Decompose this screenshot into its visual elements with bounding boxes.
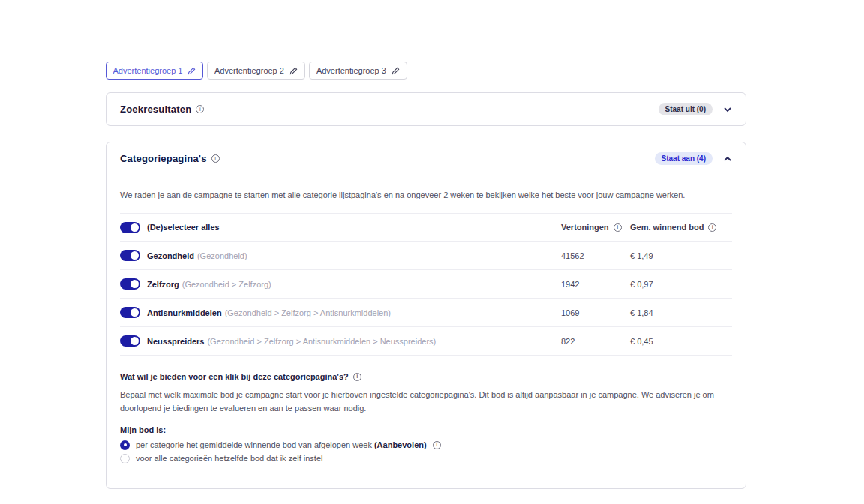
category-toggle[interactable] bbox=[120, 307, 140, 318]
bid-option-average-winning[interactable]: per categorie het gemiddelde winnende bo… bbox=[120, 440, 732, 450]
my-bid-label: Mijn bod is: bbox=[120, 425, 732, 434]
campaign-adgroup-panel: Advertentiegroep 1 Advertentiegroep 2 Ad… bbox=[106, 62, 746, 489]
category-name: Gezondheid bbox=[147, 251, 194, 260]
tab-advertentiegroep-3[interactable]: Advertentiegroep 3 bbox=[309, 62, 407, 80]
category-path: (Gezondheid > Zelfzorg) bbox=[182, 280, 272, 289]
table-row-neusspreiders: Neusspreiders(Gezondheid > Zelfzorg > An… bbox=[120, 327, 732, 356]
table-row-zelfzorg: Zelfzorg(Gezondheid > Zelfzorg) 1942 € 0… bbox=[120, 270, 732, 298]
info-icon[interactable]: i bbox=[433, 441, 441, 449]
info-icon[interactable]: i bbox=[614, 224, 622, 232]
info-icon[interactable]: i bbox=[196, 105, 204, 113]
section-zoekresultaten: Zoekresultaten i Staat uit (0) bbox=[106, 92, 746, 126]
section-zoekresultaten-header[interactable]: Zoekresultaten i Staat uit (0) bbox=[106, 93, 746, 125]
info-icon[interactable]: i bbox=[212, 154, 220, 163]
status-badge: Staat uit (0) bbox=[658, 103, 712, 116]
section-categoriepaginas-header[interactable]: Categoriepagina's i Staat aan (4) bbox=[106, 142, 746, 176]
category-toggle[interactable] bbox=[120, 278, 140, 290]
category-name: Zelfzorg bbox=[147, 280, 179, 289]
edit-pencil-icon[interactable] bbox=[188, 67, 196, 75]
recommended-label: (Aanbevolen) bbox=[374, 440, 427, 449]
impressions-value: 1942 bbox=[561, 280, 630, 289]
edit-pencil-icon[interactable] bbox=[392, 67, 400, 75]
tab-label: Advertentiegroep 3 bbox=[316, 65, 386, 76]
section-title: Zoekresultaten bbox=[120, 104, 191, 115]
bid-value: € 1,84 bbox=[630, 308, 732, 317]
section-categoriepaginas: Categoriepagina's i Staat aan (4) We rad… bbox=[106, 142, 746, 488]
chevron-up-icon[interactable] bbox=[723, 154, 732, 164]
bid-description: Bepaal met welk maximale bod je campagne… bbox=[120, 388, 732, 415]
info-icon[interactable]: i bbox=[353, 373, 362, 381]
status-badge: Staat aan (4) bbox=[655, 152, 712, 165]
adgroup-tabs: Advertentiegroep 1 Advertentiegroep 2 Ad… bbox=[106, 62, 746, 80]
bid-value: € 1,49 bbox=[630, 251, 732, 260]
category-path: (Gezondheid) bbox=[197, 251, 248, 260]
section-title: Categoriepagina's bbox=[120, 153, 207, 164]
bid-option-same-bid[interactable]: voor alle categorieën hetzelfde bod dat … bbox=[120, 454, 732, 464]
tab-label: Advertentiegroep 2 bbox=[214, 65, 284, 76]
category-toggle[interactable] bbox=[120, 335, 140, 346]
category-name: Antisnurkmiddelen bbox=[147, 308, 222, 317]
select-all-toggle[interactable] bbox=[120, 222, 140, 233]
column-header-gem-winnend-bod: Gem. winnend bod i bbox=[630, 223, 732, 232]
column-header-vertoningen: Vertoningen i bbox=[561, 223, 630, 232]
table-header-row: (De)selecteer alles Vertoningen i Gem. w… bbox=[120, 213, 732, 242]
bid-question: Wat wil je bieden voor een klik bij deze… bbox=[120, 372, 732, 381]
radio-unselected-icon[interactable] bbox=[120, 454, 130, 464]
category-intro-text: We raden je aan de campagne te starten m… bbox=[120, 190, 732, 200]
table-row-gezondheid: Gezondheid(Gezondheid) 41562 € 1,49 bbox=[120, 242, 732, 270]
bid-option-label: per categorie het gemiddelde winnende bo… bbox=[136, 440, 427, 449]
impressions-value: 1069 bbox=[561, 308, 630, 317]
edit-pencil-icon[interactable] bbox=[290, 67, 298, 75]
category-path: (Gezondheid > Zelfzorg > Antisnurkmiddel… bbox=[225, 308, 391, 317]
section-categoriepaginas-body: We raden je aan de campagne te starten m… bbox=[106, 176, 746, 488]
category-table: (De)selecteer alles Vertoningen i Gem. w… bbox=[120, 213, 732, 356]
select-all-label: (De)selecteer alles bbox=[147, 223, 220, 232]
bid-option-label: voor alle categorieën hetzelfde bod dat … bbox=[136, 454, 323, 463]
impressions-value: 822 bbox=[561, 337, 630, 346]
bid-value: € 0,45 bbox=[630, 337, 732, 346]
radio-selected-icon[interactable] bbox=[120, 440, 130, 450]
category-toggle[interactable] bbox=[120, 250, 140, 261]
category-name: Neusspreiders bbox=[147, 337, 204, 346]
tab-advertentiegroep-2[interactable]: Advertentiegroep 2 bbox=[207, 62, 305, 80]
table-row-antisnurkmiddelen: Antisnurkmiddelen(Gezondheid > Zelfzorg … bbox=[120, 298, 732, 327]
info-icon[interactable]: i bbox=[708, 224, 716, 232]
bid-value: € 0,97 bbox=[630, 280, 732, 289]
category-path: (Gezondheid > Zelfzorg > Antisnurkmiddel… bbox=[207, 337, 436, 346]
tab-label: Advertentiegroep 1 bbox=[113, 65, 183, 76]
impressions-value: 41562 bbox=[561, 251, 630, 260]
chevron-down-icon[interactable] bbox=[723, 105, 732, 114]
tab-advertentiegroep-1[interactable]: Advertentiegroep 1 bbox=[106, 62, 203, 80]
